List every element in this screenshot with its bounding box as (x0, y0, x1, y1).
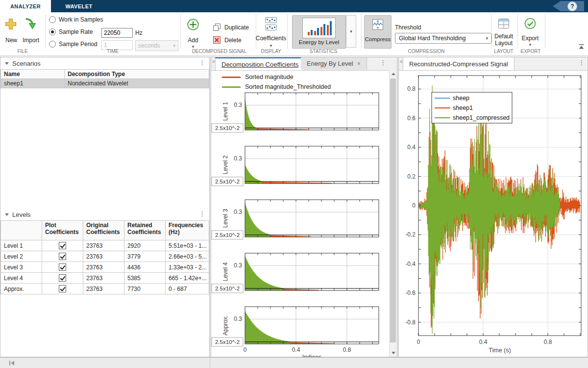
table-row[interactable]: sheep1Nondecimated Wavelet (1, 79, 209, 88)
close-icon[interactable]: × (357, 60, 361, 67)
table-row[interactable]: Level 22376337792.66e+03 - 5... (1, 251, 209, 262)
collapse-toolstrip-button[interactable] (578, 44, 585, 52)
signal-panel-menu-icon[interactable]: ⋮ (578, 59, 585, 66)
export-check-icon (524, 17, 537, 30)
duplicate-button[interactable] (213, 23, 221, 31)
plot-coefficients-cell (42, 273, 83, 284)
xtick-label: 0.4 (479, 339, 488, 345)
import-arrow-icon (24, 17, 37, 31)
threshold-value-label: 2.5x10^-2 (215, 232, 240, 238)
help-icon[interactable]: ? (567, 1, 577, 11)
radio-sample-rate-label: Sample Rate (59, 28, 93, 35)
legend-entry: Sorted magnitude (222, 72, 331, 82)
plot-coefficients-checkbox[interactable] (59, 263, 66, 271)
add-button[interactable] (187, 18, 199, 31)
ytick-label: -0.2 (405, 231, 416, 238)
levels-title: Levels (12, 211, 31, 218)
radio-icon[interactable] (49, 16, 56, 23)
layout-grid-icon (497, 17, 510, 30)
levels-col-plot[interactable]: Plot Coefficients (42, 221, 83, 240)
threshold-value-label: 2.5x10^-2 (215, 179, 240, 184)
table-row[interactable]: Level 4237635385665 - 1.42e+... (1, 273, 209, 284)
frequencies-value: 1.33e+03 - 2... (166, 262, 209, 273)
wavelet-analyzer-app: { "glyphs": {"dropdown":"▾","menu":"⋮","… (0, 0, 588, 368)
signal-legend[interactable]: sheepsheep1sheep1_compressed (432, 92, 512, 123)
radio-icon-selected[interactable] (49, 28, 56, 35)
compress-button[interactable]: Compress (364, 15, 392, 49)
collapse-triangle-icon[interactable] (5, 62, 9, 65)
scroll-down-arrow[interactable] (390, 349, 397, 357)
levels-menu-icon[interactable]: ⋮ (199, 210, 205, 217)
coefficients-button[interactable] (264, 16, 278, 32)
levels-header[interactable]: Levels ⋮ (0, 209, 209, 220)
signal-plot[interactable]: 0.80.60.40.20-0.2-0.4-0.6-0.800.40.8Time… (399, 70, 588, 358)
subplot-level-4: 0.3Level 42.5x10^-2 (212, 253, 379, 293)
new-button[interactable] (4, 17, 19, 32)
levels-col-blank (1, 221, 42, 240)
plot-coefficients-checkbox[interactable] (59, 274, 66, 282)
delete-button[interactable] (213, 36, 221, 44)
table-row[interactable]: Level 12376329205.51e+03 - 1... (1, 240, 209, 251)
retained-coefficients-value: 5385 (124, 273, 166, 284)
levels-table: Plot Coefficients Original Coefficients … (0, 220, 209, 294)
scenarios-table-body: sheep1Nondecimated Wavelet (1, 79, 209, 88)
coefficients-plot[interactable]: 0.3Level 12.5x10^-20.3Level 22.5x10^-20.… (211, 70, 391, 358)
plot-coefficients-cell (42, 262, 83, 273)
coefficients-legend: Sorted magnitudeSorted magnitude_Thresho… (222, 72, 331, 92)
legend-line-swatch (222, 77, 241, 78)
levels-col-frequencies[interactable]: Frequencies (Hz) (166, 221, 209, 240)
table-row[interactable]: Level 32376344361.33e+03 - 2... (1, 262, 209, 273)
radio-sample-rate[interactable]: Sample Rate (49, 28, 93, 35)
subplot-level-3: 0.3Level 32.5x10^-2 (212, 200, 379, 239)
plot-coefficients-checkbox[interactable] (59, 285, 66, 292)
collapse-up-icon (578, 44, 585, 50)
coefficients-scrollbar[interactable] (389, 70, 397, 357)
sample-rate-input[interactable] (101, 28, 133, 38)
frequencies-value: 2.66e+03 - 5... (166, 251, 209, 262)
table-row[interactable]: Approx.2376377300 - 687 (1, 284, 209, 294)
retained-coefficients-value: 7730 (124, 284, 166, 294)
legend-label: sheep1 (453, 105, 473, 111)
radio-work-in-samples[interactable]: Work in Samples (49, 16, 103, 23)
scenarios-menu-icon[interactable]: ⋮ (199, 59, 205, 66)
tab-wavelet[interactable]: WAVELET (51, 0, 107, 12)
levels-col-original[interactable]: Original Coefficients (83, 221, 124, 240)
plot-coefficients-checkbox[interactable] (59, 253, 66, 260)
subplot-level-2: 0.3Level 22.5x10^-2 (212, 146, 379, 186)
xaxis-label: Time (s) (489, 347, 511, 354)
duplicate-button-label[interactable]: Duplicate (224, 24, 249, 31)
ytick-label: 0.2 (407, 173, 416, 180)
plot-coefficients-cell (42, 284, 83, 294)
tab-decomposition-coefficients[interactable]: Decomposition Coefficients (215, 57, 305, 70)
tab-reconstructed-compressed-signal[interactable]: Reconstructed-Compressed Signal (403, 57, 514, 70)
scenarios-header[interactable]: Scenarios ⋮ (0, 57, 209, 69)
scroll-up-arrow[interactable] (390, 70, 397, 78)
statistics-gallery-dropdown[interactable]: ▾ (346, 15, 356, 48)
chevron-down-icon[interactable]: ▾ (527, 43, 533, 47)
scrollbar-thumb[interactable] (390, 79, 396, 342)
energy-by-level-button[interactable]: Energy by Level (292, 15, 346, 49)
collapse-left-panel-button[interactable] (8, 359, 16, 368)
default-layout-label-line2: Layout (492, 40, 515, 47)
tab-analyzer[interactable]: ANALYZER (0, 0, 51, 12)
export-button[interactable] (524, 17, 537, 30)
signal-tabbar: ≡ Reconstructed-Compressed Signal ⋮ (399, 57, 588, 71)
levels-col-retained[interactable]: Retained Coefficients (124, 221, 166, 240)
delete-button-label[interactable]: Delete (224, 37, 242, 44)
radio-icon[interactable] (49, 41, 56, 48)
section-label-layout: LAYOUT (491, 49, 516, 54)
plot-coefficients-checkbox[interactable] (59, 242, 66, 249)
chevron-down-icon[interactable]: ▾ (268, 44, 274, 48)
panel-grip-icon[interactable]: ≡ (212, 59, 215, 64)
panel-grip-icon[interactable]: ≡ (400, 59, 403, 64)
radio-sample-period[interactable]: Sample Period (49, 41, 98, 48)
default-layout-button[interactable] (497, 17, 510, 30)
threshold-dropdown[interactable]: Global Hard Thresholding ▾ (395, 33, 492, 44)
tab-energy-by-level[interactable]: Energy By Level × (301, 57, 367, 70)
scenarios-col-type[interactable]: Decomposition Type (65, 70, 209, 79)
coefficients-panel-menu-icon[interactable]: ⋮ (380, 59, 386, 66)
collapse-triangle-icon[interactable] (5, 213, 9, 216)
import-button[interactable] (24, 17, 38, 32)
scenarios-col-name[interactable]: Name (1, 70, 65, 79)
ytick-label: 0.3 (234, 262, 242, 269)
